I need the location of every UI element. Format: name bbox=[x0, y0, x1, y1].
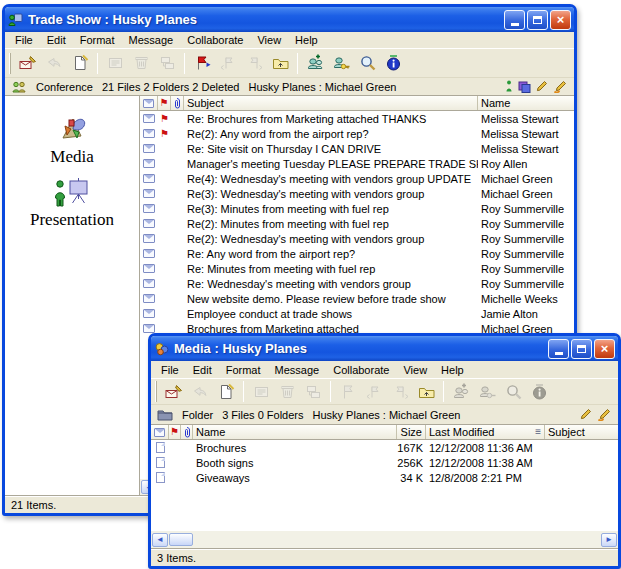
toolbar-separator bbox=[443, 381, 444, 402]
menu-edit[interactable]: Edit bbox=[186, 363, 219, 377]
column-header-item-type[interactable] bbox=[140, 96, 158, 110]
menu-collaborate[interactable]: Collaborate bbox=[326, 363, 396, 377]
sidebar-item-media[interactable]: Media bbox=[50, 112, 93, 167]
column-header-subject[interactable]: Subject bbox=[184, 96, 478, 110]
column-header-flag[interactable]: ⚑ bbox=[158, 96, 171, 110]
table-row[interactable]: ⚑Re(2): Any word from the airport rep?Me… bbox=[140, 126, 574, 141]
user-access-button bbox=[474, 379, 500, 404]
menu-help[interactable]: Help bbox=[434, 363, 471, 377]
sign-pencil-icon[interactable] bbox=[553, 80, 568, 93]
mail-icon bbox=[143, 324, 155, 333]
media-titlebar[interactable]: Media : Husky Planes × bbox=[151, 336, 618, 361]
sidebar-item-label: Media bbox=[50, 147, 93, 167]
search-button[interactable] bbox=[354, 51, 380, 76]
edit-pencil-icon[interactable] bbox=[580, 408, 592, 421]
table-row[interactable]: Re(2): Minutes from meeting with fuel re… bbox=[140, 216, 574, 231]
list-header: ⚑ Name Size Last Modified≡ Subject bbox=[151, 425, 618, 440]
menu-help[interactable]: Help bbox=[288, 33, 325, 47]
table-row[interactable]: Re: Any word from the airport rep?Roy Su… bbox=[140, 246, 574, 261]
table-row[interactable]: Re: Wednesday's meeting with vendors gro… bbox=[140, 276, 574, 291]
menu-bar: File Edit Format Message Collaborate Vie… bbox=[5, 32, 574, 49]
message-subject: Re: Minutes from meeting with fuel rep bbox=[184, 263, 478, 275]
column-header-last-modified[interactable]: Last Modified≡ bbox=[426, 425, 545, 439]
edit-pencil-icon[interactable] bbox=[536, 80, 548, 93]
table-row[interactable]: New website demo. Please review before t… bbox=[140, 291, 574, 306]
member-icon bbox=[505, 80, 513, 93]
table-row[interactable]: Manager's meeting Tuesday PLEASE PREPARE… bbox=[140, 156, 574, 171]
message-sender: Roy Summerville bbox=[478, 248, 574, 260]
add-user-button[interactable] bbox=[302, 51, 328, 76]
menu-file[interactable]: File bbox=[8, 33, 40, 47]
document-icon bbox=[156, 472, 165, 483]
file-modified: 12/8/2008 2:21 PM bbox=[426, 472, 545, 484]
parent-folder-button[interactable] bbox=[413, 379, 439, 404]
column-header-subject[interactable]: Subject bbox=[545, 425, 618, 439]
table-row[interactable]: Booth signs256K12/12/2008 11:38 AM bbox=[151, 455, 618, 470]
table-row[interactable]: Brochures167K12/12/2008 11:36 AM bbox=[151, 440, 618, 455]
table-row[interactable]: Employee conduct at trade showsJamie Alt… bbox=[140, 306, 574, 321]
file-modified: 12/12/2008 11:38 AM bbox=[426, 457, 545, 469]
new-document-button[interactable] bbox=[67, 51, 93, 76]
info-button[interactable] bbox=[380, 51, 406, 76]
toolbar-separator bbox=[243, 381, 244, 402]
column-header-attachment[interactable] bbox=[171, 96, 184, 110]
maximize-button[interactable] bbox=[571, 339, 592, 359]
menu-message[interactable]: Message bbox=[268, 363, 327, 377]
trade-show-titlebar[interactable]: Trade Show : Husky Planes × bbox=[5, 7, 574, 32]
user-access-button[interactable] bbox=[328, 51, 354, 76]
maximize-button[interactable] bbox=[527, 10, 548, 30]
table-row[interactable]: Re(3): Minutes from meeting with fuel re… bbox=[140, 201, 574, 216]
sidebar-item-presentation[interactable]: Presentation bbox=[30, 177, 114, 230]
mail-icon bbox=[143, 144, 155, 153]
parent-folder-button[interactable] bbox=[267, 51, 293, 76]
table-row[interactable]: Re(4): Wednesday's meeting with vendors … bbox=[140, 171, 574, 186]
message-subject: Re: Wednesday's meeting with vendors gro… bbox=[184, 278, 478, 290]
column-header-attachment[interactable] bbox=[181, 425, 193, 439]
column-header-size[interactable]: Size bbox=[397, 425, 426, 439]
table-row[interactable]: Giveaways34 K12/8/2008 2:21 PM bbox=[151, 470, 618, 485]
table-row[interactable]: ⚑Re: Brochures from Marketing attached T… bbox=[140, 111, 574, 126]
scrollbar-thumb[interactable] bbox=[169, 533, 193, 546]
conference-type-label: Conference bbox=[36, 81, 93, 93]
minimize-button[interactable] bbox=[548, 339, 569, 359]
new-document-button[interactable] bbox=[213, 379, 239, 404]
toolbar-separator bbox=[297, 53, 298, 74]
menu-format[interactable]: Format bbox=[73, 33, 122, 47]
mail-icon bbox=[143, 99, 154, 108]
horizontal-scrollbar[interactable]: ◄ ► bbox=[151, 531, 618, 548]
thread-button bbox=[300, 379, 326, 404]
close-button[interactable]: × bbox=[594, 339, 615, 359]
menu-message[interactable]: Message bbox=[122, 33, 181, 47]
message-subject: Re(3): Minutes from meeting with fuel re… bbox=[184, 203, 478, 215]
menu-edit[interactable]: Edit bbox=[40, 33, 73, 47]
column-header-name[interactable]: Name bbox=[193, 425, 397, 439]
menu-format[interactable]: Format bbox=[219, 363, 268, 377]
menu-collaborate[interactable]: Collaborate bbox=[180, 33, 250, 47]
scroll-right-button[interactable]: ► bbox=[601, 533, 617, 547]
sidebar-item-label: Presentation bbox=[30, 210, 114, 230]
media-window: Media : Husky Planes × File Edit Format … bbox=[148, 333, 621, 569]
sign-pencil-icon[interactable] bbox=[597, 408, 612, 421]
table-row[interactable]: Re: Site visit on Thursday I CAN DRIVEMe… bbox=[140, 141, 574, 156]
minimize-button[interactable] bbox=[504, 10, 525, 30]
message-sender: Melissa Stewart bbox=[478, 113, 574, 125]
layers-icon[interactable] bbox=[518, 81, 531, 93]
table-row[interactable]: Re: Minutes from meeting with fuel repRo… bbox=[140, 261, 574, 276]
new-mail-button[interactable] bbox=[15, 51, 41, 76]
desktop: Trade Show : Husky Planes × File Edit Fo… bbox=[0, 0, 621, 569]
scroll-left-button[interactable]: ◄ bbox=[152, 533, 168, 547]
column-header-name[interactable]: Name bbox=[478, 96, 574, 110]
column-header-item-type[interactable] bbox=[151, 425, 169, 439]
table-row[interactable]: Re(3): Wednesday's meeting with vendors … bbox=[140, 186, 574, 201]
menu-view[interactable]: View bbox=[396, 363, 434, 377]
new-mail-button[interactable] bbox=[161, 379, 187, 404]
menu-file[interactable]: File bbox=[154, 363, 186, 377]
menu-view[interactable]: View bbox=[250, 33, 288, 47]
table-row[interactable]: Re(2): Wednesday's meeting with vendors … bbox=[140, 231, 574, 246]
conference-owner: Husky Planes : Michael Green bbox=[248, 81, 396, 93]
flag-button[interactable] bbox=[189, 51, 215, 76]
file-name: Booth signs bbox=[193, 457, 397, 469]
column-header-flag[interactable]: ⚑ bbox=[169, 425, 181, 439]
message-subject: Re: Any word from the airport rep? bbox=[184, 248, 478, 260]
close-button[interactable]: × bbox=[550, 10, 571, 30]
